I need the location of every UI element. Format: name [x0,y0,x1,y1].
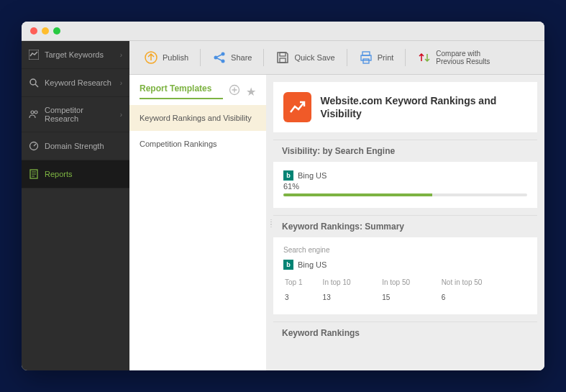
save-icon [275,50,290,65]
minimize-icon[interactable] [42,27,49,35]
table-cell: 3 [285,292,321,301]
toolbar-label: Share [231,53,252,62]
toolbar-label: Print [378,53,394,62]
search-icon [29,78,39,88]
compare-icon [417,50,432,65]
table-header: Not in top 50 [442,278,526,291]
sidebar-item-reports[interactable]: Reports [22,160,129,188]
toolbar-label: Compare with Previous Results [436,50,490,65]
sidebar-item-label: Competitor Research [45,106,114,123]
sub-label: Search engine [283,246,527,254]
sidebar: Target Keywords › Keyword Research › Com… [22,41,129,370]
sidebar-item-competitor-research[interactable]: Competitor Research › [22,97,129,132]
svg-line-16 [217,58,222,60]
table-cell: 6 [442,292,526,301]
svg-rect-18 [280,58,286,63]
print-icon [359,50,373,65]
maximize-icon[interactable] [53,27,60,35]
window-titlebar [22,22,544,41]
rankings-section: Keyword Rankings [273,322,537,344]
sidebar-item-label: Keyword Research [45,78,114,87]
svg-point-4 [35,111,37,114]
templates-title: Report Templates [140,83,223,99]
publish-button[interactable]: Publish [138,47,194,68]
sidebar-item-label: Domain Strength [45,142,122,150]
document-icon [29,169,39,179]
star-icon[interactable]: ★ [246,85,256,99]
drag-handle-icon[interactable]: ⋮⋮ [268,221,275,225]
chart-icon [29,50,39,60]
content-area: Publish Share Quick Save Print [129,41,544,370]
svg-line-2 [35,84,38,87]
report-title: Website.com Keyword Rankings and Visibil… [320,94,527,120]
close-icon[interactable] [30,27,37,35]
sidebar-item-domain-strength[interactable]: Domain Strength [22,132,129,160]
svg-line-15 [217,55,222,57]
table-cell: 15 [382,292,440,301]
divider [405,49,406,66]
progress-fill [283,193,432,196]
app-window: Target Keywords › Keyword Research › Com… [22,22,544,370]
section-title: Keyword Rankings [273,322,537,344]
section-title: Keyword Rankings: Summary [273,215,537,237]
divider [200,49,201,66]
divider [347,49,347,66]
templates-header: Report Templates ★ [129,75,266,105]
svg-point-13 [222,53,225,56]
sidebar-item-target-keywords[interactable]: Target Keywords › [22,41,129,69]
main-area: Target Keywords › Keyword Research › Com… [22,41,544,370]
svg-rect-21 [363,59,369,63]
bing-icon: b [283,170,293,181]
table-header: In top 50 [382,278,440,291]
body-area: Report Templates ★ Keyword Rankings and … [129,75,544,370]
table-header: Top 1 [285,278,321,291]
compare-button[interactable]: Compare with Previous Results [411,47,496,68]
template-item-keyword-rankings[interactable]: Keyword Rankings and Visibility [129,105,266,131]
toolbar: Publish Share Quick Save Print [129,41,544,75]
section-title: Visibility: by Search Engine [273,140,537,162]
svg-rect-19 [362,52,370,55]
summary-section: Keyword Rankings: Summary Search engine … [273,215,537,314]
engine-name: Bing US [298,260,327,269]
sidebar-item-label: Reports [45,170,122,178]
template-item-competition-rankings[interactable]: Competition Rankings [129,131,266,157]
svg-rect-20 [361,55,371,60]
toolbar-label: Quick Save [294,53,334,62]
sidebar-item-label: Target Keywords [45,50,114,59]
summary-table: Top 1 In top 10 In top 50 Not in top 50 … [283,277,527,303]
gauge-icon [29,141,39,151]
sidebar-item-keyword-research[interactable]: Keyword Research › [22,69,129,97]
search-engine-row: b Bing US [283,170,527,181]
progress-bar [283,193,527,196]
chevron-right-icon: › [120,111,122,119]
search-engine-row: b Bing US [283,260,527,270]
toolbar-label: Publish [163,53,188,62]
share-button[interactable]: Share [206,47,257,68]
svg-line-6 [34,144,36,146]
chevron-right-icon: › [120,51,122,59]
divider [263,49,264,66]
people-icon [29,109,39,119]
engine-name: Bing US [298,171,327,180]
svg-point-3 [31,111,34,114]
visibility-percentage: 61% [283,182,527,191]
svg-point-12 [214,56,218,60]
table-cell: 13 [323,292,381,301]
svg-point-14 [222,60,225,63]
report-header-card: Website.com Keyword Rankings and Visibil… [273,82,537,132]
svg-point-1 [30,79,36,85]
quicksave-button[interactable]: Quick Save [270,47,340,68]
visibility-section: Visibility: by Search Engine b Bing US 6… [273,140,537,208]
report-area: ⋮⋮ Website.com Keyword Rankings and Visi… [266,75,544,370]
table-header: In top 10 [323,278,381,291]
print-button[interactable]: Print [353,47,400,68]
add-icon[interactable] [229,84,240,99]
share-icon [212,50,227,65]
chevron-right-icon: › [120,79,122,87]
trend-up-icon [283,92,311,122]
templates-panel: Report Templates ★ Keyword Rankings and … [129,75,266,370]
bing-icon: b [283,260,293,270]
upload-icon [144,50,158,65]
